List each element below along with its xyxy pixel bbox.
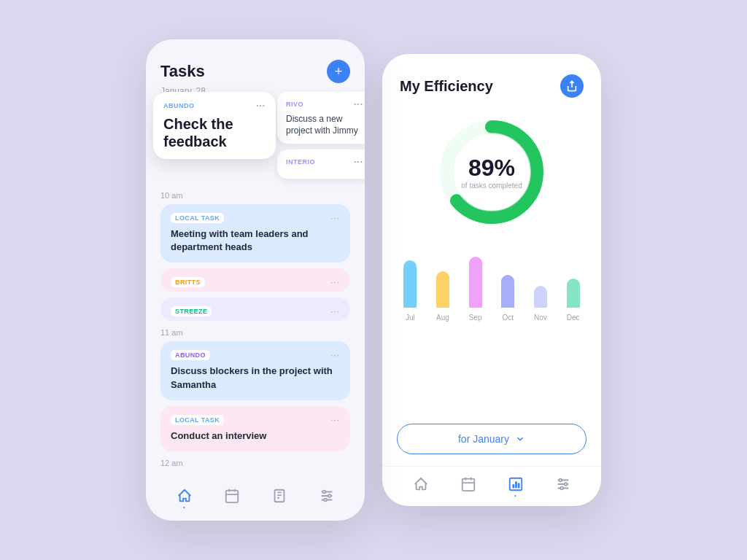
efficiency-header: My Efficiency xyxy=(382,54,601,106)
bar-aug xyxy=(436,271,449,308)
svg-rect-0 xyxy=(225,491,238,503)
nav-home-left[interactable] xyxy=(174,486,195,506)
britts-dots[interactable]: ··· xyxy=(330,277,340,287)
abundo-badge: ABUNDO xyxy=(171,350,210,360)
donut-chart-container: 89% of tasks completed xyxy=(382,106,601,242)
svg-point-13 xyxy=(324,499,327,502)
svg-point-12 xyxy=(328,494,330,497)
add-task-button[interactable]: + xyxy=(327,60,350,83)
streeze-card[interactable]: STREEZE ··· xyxy=(160,298,350,321)
time-10am: 10 am xyxy=(160,191,350,200)
floating-card-dots[interactable]: ··· xyxy=(256,101,266,111)
bar-sep-rect xyxy=(469,257,482,308)
nav-home-right[interactable] xyxy=(411,474,431,494)
local-task-dots[interactable]: ··· xyxy=(330,213,340,223)
svg-rect-18 xyxy=(462,479,474,491)
svg-point-11 xyxy=(322,491,325,494)
nav-calendar-right[interactable] xyxy=(458,474,479,494)
label-dec: Dec xyxy=(560,314,587,322)
abundo-title: Discuss blockers in the project with Sam… xyxy=(171,365,340,391)
interview-dots[interactable]: ··· xyxy=(330,415,340,425)
interview-badge: LOCAL TASK xyxy=(171,415,224,425)
svg-rect-23 xyxy=(512,484,514,489)
bottom-nav-right xyxy=(382,466,601,506)
britts-tag-row: BRITTS ··· xyxy=(171,277,340,287)
streeze-dots[interactable]: ··· xyxy=(330,306,340,316)
floating-card[interactable]: ABUNDO ··· Check the feedback xyxy=(153,92,276,159)
svg-rect-25 xyxy=(517,483,519,488)
rivo-card[interactable]: RIVO ··· Discuss a new project with Jimm… xyxy=(277,92,365,144)
label-aug: Aug xyxy=(430,314,456,322)
donut-center: 89% of tasks completed xyxy=(461,155,522,190)
britts-card[interactable]: BRITTS ··· xyxy=(160,268,350,292)
nav-sliders-left[interactable] xyxy=(317,486,337,506)
interio-dots[interactable]: ··· xyxy=(354,157,363,167)
nav-chart-right[interactable] xyxy=(506,474,526,494)
interview-card[interactable]: LOCAL TASK ··· Conduct an interview xyxy=(160,406,350,451)
bottom-nav-left xyxy=(146,477,365,521)
phone-content: Tasks + January, 28 ABUNDO ··· Check the… xyxy=(146,39,365,477)
left-phone: Tasks + January, 28 ABUNDO ··· Check the… xyxy=(146,39,365,521)
rivo-tag: RIVO ··· xyxy=(286,99,363,109)
chevron-down-icon xyxy=(515,434,525,444)
local-task-tag-row: LOCAL TASK ··· xyxy=(171,213,340,223)
interio-tag: INTERIO ··· xyxy=(286,157,363,167)
for-january-button[interactable]: for January xyxy=(397,424,587,454)
time-11am: 11 am xyxy=(160,328,350,337)
bar-jul xyxy=(403,260,417,308)
right-phone: My Efficiency 89% of tasks completed xyxy=(382,54,601,506)
bar-jul-rect xyxy=(403,260,417,308)
bar-aug-rect xyxy=(436,271,449,308)
label-jul: Jul xyxy=(397,314,423,322)
svg-point-29 xyxy=(559,479,562,482)
nav-calendar-left[interactable] xyxy=(222,486,242,506)
abundo-card[interactable]: ABUNDO ··· Discuss blockers in the proje… xyxy=(160,341,350,400)
svg-point-31 xyxy=(560,487,563,490)
label-nov: Nov xyxy=(527,314,554,322)
bar-nov-rect xyxy=(534,286,547,308)
efficiency-title: My Efficiency xyxy=(400,78,493,95)
nav-clipboard-left[interactable] xyxy=(269,486,290,506)
interview-tag-row: LOCAL TASK ··· xyxy=(171,415,340,425)
svg-point-30 xyxy=(564,483,567,486)
bar-sep xyxy=(469,257,482,308)
tasks-title: Tasks xyxy=(160,62,205,81)
time-12am: 12 am xyxy=(160,459,350,467)
bar-oct-rect xyxy=(501,275,514,308)
bars-container xyxy=(394,242,589,308)
abundo-dots[interactable]: ··· xyxy=(330,350,340,360)
partial-cards-area: RIVO ··· Discuss a new project with Jimm… xyxy=(277,92,365,184)
donut-label: of tasks completed xyxy=(461,182,522,190)
local-task-card[interactable]: LOCAL TASK ··· Meeting with team leaders… xyxy=(160,204,350,262)
bar-labels: Jul Aug Sep Oct Nov Dec xyxy=(394,314,589,322)
donut-percent: 89% xyxy=(461,155,522,182)
interview-title: Conduct an interview xyxy=(171,429,340,443)
tasks-header: Tasks + xyxy=(160,60,350,83)
bar-dec xyxy=(567,279,580,308)
for-january-label: for January xyxy=(458,433,509,445)
timeline: 10 am LOCAL TASK ··· Meeting with team l… xyxy=(160,191,350,467)
bar-nov xyxy=(534,286,547,308)
bar-chart-area: Jul Aug Sep Oct Nov Dec xyxy=(382,242,601,418)
svg-rect-24 xyxy=(515,481,517,488)
streeze-tag-row: STREEZE ··· xyxy=(171,306,340,316)
rivo-text: Discuss a new project with Jimmy xyxy=(286,114,363,136)
floating-card-tag: ABUNDO ··· xyxy=(163,101,266,111)
streeze-badge: STREEZE xyxy=(171,306,212,316)
floating-card-title: Check the feedback xyxy=(163,115,266,150)
nav-sliders-right[interactable] xyxy=(553,474,573,494)
interio-card[interactable]: INTERIO ··· xyxy=(277,149,365,179)
share-button[interactable] xyxy=(560,74,584,98)
britts-badge: BRITTS xyxy=(171,277,205,287)
bar-oct xyxy=(501,275,514,308)
label-sep: Sep xyxy=(462,314,489,322)
abundo-tag-row: ABUNDO ··· xyxy=(171,350,340,360)
rivo-dots[interactable]: ··· xyxy=(354,99,363,109)
bar-dec-rect xyxy=(567,279,580,308)
local-task-badge: LOCAL TASK xyxy=(171,213,224,223)
local-task-title: Meeting with team leaders and department… xyxy=(171,228,340,254)
label-oct: Oct xyxy=(495,314,521,322)
